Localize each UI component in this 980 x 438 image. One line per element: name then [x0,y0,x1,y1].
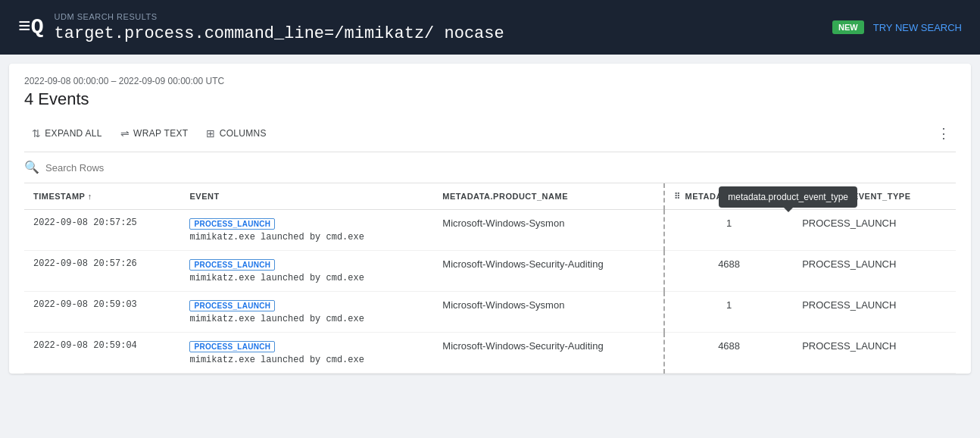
cell-metadata-num: 1 [664,292,793,333]
cell-timestamp: 2022-09-08 20:59:04 [24,333,180,374]
table-row[interactable]: 2022-09-08 20:57:25 PROCESS_LAUNCH mimik… [24,210,956,251]
tooltip-container: metadata.product_event_type [719,186,857,208]
cell-metadata-num: 1 [664,210,793,251]
results-table: TIMESTAMP ↑ EVENT METADATA.PRODUCT_NAME … [24,183,956,374]
wrap-text-icon: ⇌ [120,127,130,139]
logo-icon: ≡Q [18,17,44,38]
cell-timestamp: 2022-09-08 20:57:25 [24,210,180,251]
columns-icon: ⊞ [206,127,215,139]
date-range: 2022-09-08 00:00:00 – 2022-09-09 00:00:0… [24,76,956,86]
cell-metadata-num: 4688 [664,251,793,292]
new-badge: NEW [832,20,864,34]
process-badge: PROCESS_LAUNCH [189,259,275,271]
cell-product-name: Microsoft-Windows-Sysmon [433,210,664,251]
event-description: mimikatz.exe launched by cmd.exe [189,355,424,365]
cell-product-name: Microsoft-Windows-Sysmon [433,292,664,333]
process-badge: PROCESS_LAUNCH [189,300,275,311]
more-options-button[interactable]: ⋮ [932,121,956,145]
tooltip-box: metadata.product_event_type [719,186,857,208]
search-row: 🔍 [24,152,956,183]
header-left: ≡Q UDM SEARCH RESULTS target.process.com… [18,12,504,43]
table-row[interactable]: 2022-09-08 20:57:26 PROCESS_LAUNCH mimik… [24,251,956,292]
col-event: EVENT [180,183,433,210]
col-grip-icon: ⠿ [674,192,681,202]
event-count: 4 Events [24,89,956,109]
cell-event-type: PROCESS_LAUNCH [793,333,956,374]
table-row[interactable]: 2022-09-08 20:59:03 PROCESS_LAUNCH mimik… [24,292,956,333]
header-right: NEW TRY NEW SEARCH [832,20,962,34]
event-description: mimikatz.exe launched by cmd.exe [189,314,424,324]
cell-timestamp: 2022-09-08 20:59:03 [24,292,180,333]
table-wrapper: metadata.product_event_type TIMESTAMP ↑ … [24,183,956,374]
expand-all-button[interactable]: ⇅ EXPAND ALL [24,123,110,144]
wrap-text-button[interactable]: ⇌ WRAP TEXT [113,123,196,144]
cell-event: PROCESS_LAUNCH mimikatz.exe launched by … [180,333,433,374]
table-body: 2022-09-08 20:57:25 PROCESS_LAUNCH mimik… [24,210,956,374]
cell-event-type: PROCESS_LAUNCH [793,292,956,333]
search-icon: 🔍 [24,160,39,175]
process-badge: PROCESS_LAUNCH [189,218,275,230]
event-description: mimikatz.exe launched by cmd.exe [189,273,424,283]
header-title: target.process.command_line=/mimikatz/ n… [55,24,504,43]
cell-product-name: Microsoft-Windows-Security-Auditing [433,333,664,374]
search-input[interactable] [45,162,956,174]
try-new-search-link[interactable]: TRY NEW SEARCH [873,22,962,33]
main-content: 2022-09-08 00:00:00 – 2022-09-09 00:00:0… [9,64,971,374]
columns-button[interactable]: ⊞ COLUMNS [198,123,273,144]
table-row[interactable]: 2022-09-08 20:59:04 PROCESS_LAUNCH mimik… [24,333,956,374]
cell-timestamp: 2022-09-08 20:57:26 [24,251,180,292]
cell-event-type: PROCESS_LAUNCH [793,251,956,292]
cell-event-type: PROCESS_LAUNCH [793,210,956,251]
cell-event: PROCESS_LAUNCH mimikatz.exe launched by … [180,210,433,251]
cell-event: PROCESS_LAUNCH mimikatz.exe launched by … [180,292,433,333]
header-bar: ≡Q UDM SEARCH RESULTS target.process.com… [0,0,980,55]
cell-event: PROCESS_LAUNCH mimikatz.exe launched by … [180,251,433,292]
process-badge: PROCESS_LAUNCH [189,341,275,352]
cell-metadata-num: 4688 [664,333,793,374]
col-timestamp[interactable]: TIMESTAMP ↑ [24,183,180,210]
event-description: mimikatz.exe launched by cmd.exe [189,232,424,242]
expand-icon: ⇅ [32,127,41,139]
col-product-name: METADATA.PRODUCT_NAME [433,183,664,210]
header-title-group: UDM SEARCH RESULTS target.process.comman… [55,12,504,43]
toolbar: ⇅ EXPAND ALL ⇌ WRAP TEXT ⊞ COLUMNS ⋮ [24,121,956,152]
header-subtitle: UDM SEARCH RESULTS [55,12,504,21]
cell-product-name: Microsoft-Windows-Security-Auditing [433,251,664,292]
